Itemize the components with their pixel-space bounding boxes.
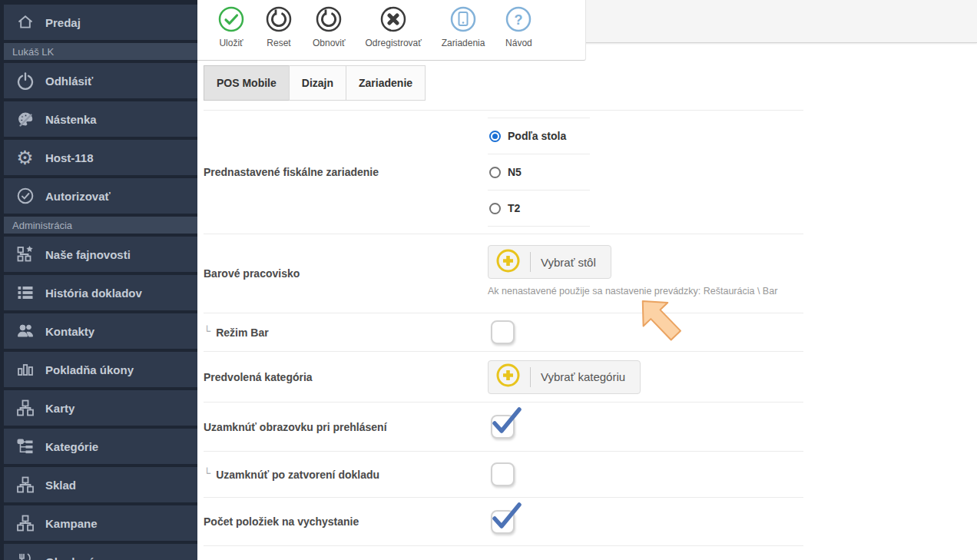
app-window: Predaj Lukáš LK Odhlásiť Nástenka [0, 0, 977, 560]
sidebar-item-label: Obedové menu [45, 555, 128, 560]
fiscal-device-radio-group: Podľa stola N5 T2 [488, 118, 590, 227]
radio-label: T2 [508, 202, 520, 214]
devices-button[interactable]: Zariadenia [432, 5, 495, 48]
blocks-icon [15, 475, 35, 495]
sidebar-item-kampane[interactable]: Kampane [4, 505, 197, 541]
sidebar-item-kategorie[interactable]: Kategórie [4, 429, 197, 464]
sidebar-item-label: Odhlásiť [45, 75, 93, 88]
settings-form: Prednastavené fiskálne zariadenie Podľa … [204, 110, 803, 546]
lock-after-close-checkbox-unchecked[interactable] [491, 462, 515, 486]
tab-zariadenie[interactable]: Zariadenie [346, 65, 426, 101]
row-label: └ Režim Bar [204, 313, 488, 351]
sidebar-item-odhlasit[interactable]: Odhlásiť [4, 63, 197, 98]
button-divider [530, 367, 531, 387]
sidebar-item-autorizovat[interactable]: Autorizovať [4, 178, 197, 214]
palette-icon [15, 109, 35, 129]
form-row-items-to-prepare: Počet položiek na vychystanie [204, 498, 803, 546]
sidebar-item-label: Kategórie [45, 440, 98, 453]
main-content: Uložiť Reset O [197, 0, 977, 560]
rezim-bar-checkbox-unchecked[interactable] [491, 320, 515, 344]
tab-pos-mobile[interactable]: POS Mobile [204, 65, 290, 101]
row-label: Prednastavené fiskálne zariadenie [204, 111, 488, 234]
check-mark-icon [492, 505, 516, 529]
sidebar-item-karty[interactable]: Karty [4, 390, 197, 426]
gear-icon: ⚙ [15, 147, 35, 167]
check-circle-icon [15, 186, 35, 206]
unregister-button[interactable]: Odregistrovať [356, 5, 432, 48]
sidebar-item-nastenka[interactable]: Nástenka [4, 101, 197, 137]
radio-option-n5[interactable]: N5 [488, 154, 590, 191]
sidebar-item-label: Sklad [45, 479, 76, 492]
sidebar-section-administracia: Administrácia [4, 217, 197, 234]
sub-item-marker: └ [204, 325, 210, 336]
radio-option-podla-stola[interactable]: Podľa stola [488, 118, 590, 154]
sidebar-item-kontakty[interactable]: Kontakty [4, 313, 197, 349]
sidebar-item-label: Kontakty [45, 325, 94, 338]
row-label: Počet položiek na vychystanie [204, 498, 488, 545]
button-divider [530, 252, 531, 272]
tab-bar: POS Mobile Dizajn Zariadenie [204, 65, 426, 101]
select-table-button-label: Vybrať stôl [541, 256, 596, 269]
radio-option-t2[interactable]: T2 [488, 191, 590, 227]
form-row-rezim-bar: └ Režim Bar [204, 313, 803, 352]
tree-icon [15, 436, 35, 456]
sidebar-item-label: Predaj [45, 16, 81, 29]
sidebar-item-label: Naše fajnovosti [45, 248, 131, 261]
save-button[interactable]: Uložiť [207, 5, 255, 48]
radio-unselected-icon[interactable] [489, 203, 501, 214]
sidebar-item-obedove-menu[interactable]: Obedové menu [4, 544, 197, 560]
sidebar-item-host[interactable]: ⚙ Host-118 [4, 140, 197, 175]
row-label: Barové pracovisko [204, 234, 488, 313]
toolbar-button-label: Uložiť [219, 38, 243, 48]
toolbar-button-label: Návod [505, 38, 532, 48]
help-button[interactable]: ? Návod [495, 5, 542, 48]
sidebar: Predaj Lukáš LK Odhlásiť Nástenka [0, 0, 197, 560]
cutlery-icon [15, 552, 35, 560]
radio-unselected-icon[interactable] [489, 167, 501, 178]
form-row-fiscal-device: Prednastavené fiskálne zariadenie Podľa … [204, 111, 803, 234]
toolbar-button-label: Reset [267, 38, 290, 48]
refresh-button[interactable]: Obnoviť [303, 5, 356, 48]
items-to-prepare-checkbox-checked[interactable] [491, 510, 515, 534]
unregister-x-icon [379, 5, 407, 36]
toolbar-button-label: Obnoviť [313, 38, 346, 48]
sidebar-item-label: Pokladňa úkony [45, 363, 134, 376]
sidebar-item-sklad[interactable]: Sklad [4, 467, 197, 502]
sidebar-item-label: História dokladov [45, 287, 142, 300]
select-table-button[interactable]: Vybrať stôl [488, 245, 611, 279]
power-icon [15, 71, 35, 91]
people-icon [15, 321, 35, 341]
toolbar: Uložiť Reset O [197, 0, 586, 61]
plus-circle-icon [496, 249, 520, 276]
toolbar-button-label: Zariadenia [442, 38, 485, 48]
row-label: Uzamknúť obrazovku pri prehlásení [204, 403, 488, 451]
select-category-button[interactable]: Vybrať kategóriu [488, 360, 641, 394]
check-mark-icon [492, 409, 516, 433]
radio-label: N5 [508, 166, 522, 178]
bar-chart-icon [15, 360, 35, 379]
sidebar-item-label: Host-118 [45, 151, 94, 164]
list-icon [15, 283, 35, 303]
radio-selected-icon[interactable] [489, 131, 501, 142]
form-row-lock-after-close: └ Uzamknúť po zatvorení dokladu [204, 452, 803, 498]
reset-icon [265, 5, 293, 36]
sidebar-item-pokladna-ukony[interactable]: Pokladňa úkony [4, 352, 197, 387]
blocks-star-icon [15, 244, 35, 264]
reset-button[interactable]: Reset [255, 5, 303, 48]
save-check-icon [217, 5, 245, 36]
blocks-icon [15, 513, 35, 533]
select-category-button-label: Vybrať kategóriu [541, 370, 625, 383]
toolbar-button-label: Odregistrovať [366, 38, 422, 48]
sidebar-item-label: Kampane [45, 517, 98, 530]
mobile-device-icon [449, 5, 477, 36]
lock-screen-checkbox-checked[interactable] [491, 415, 515, 439]
sidebar-item-predaj[interactable]: Predaj [4, 5, 197, 40]
sub-item-marker: └ [204, 467, 210, 479]
home-icon [15, 12, 35, 32]
sidebar-item-nase-fajnovosti[interactable]: Naše fajnovosti [4, 237, 197, 272]
row-label: └ Uzamknúť po zatvorení dokladu [204, 452, 488, 497]
tab-dizajn[interactable]: Dizajn [289, 65, 346, 101]
sidebar-section-label: Administrácia [12, 220, 72, 231]
row-label: Predvolená kategória [204, 352, 488, 402]
sidebar-item-historia-dokladov[interactable]: História dokladov [4, 275, 197, 310]
